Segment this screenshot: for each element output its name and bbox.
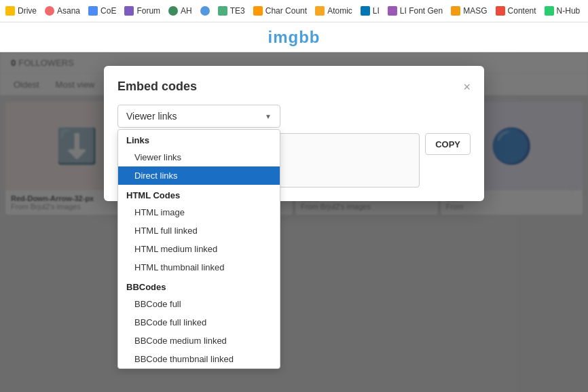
modal-close-button[interactable]: × [463, 81, 471, 93]
nav-label-coe: CoE [100, 6, 116, 16]
globe-icon [200, 6, 210, 16]
dropdown-item-html-thumbnail-linked[interactable]: HTML thumbnail linked [118, 258, 280, 277]
nav-item-lifont[interactable]: LI Font Gen [388, 6, 443, 16]
nav-label-te3: TE3 [230, 6, 245, 16]
dropdown-group-links: Links [118, 130, 280, 148]
dropdown-arrow-icon: ▼ [265, 113, 272, 120]
site-logo: imgbb [268, 28, 320, 47]
te3-icon [218, 6, 227, 16]
nav-label-nhub: N-Hub [557, 6, 581, 16]
dropdown-item-bbcode-full-linked[interactable]: BBCode full linked [118, 313, 280, 332]
nav-item-content[interactable]: Content [496, 6, 536, 16]
modal-title: Embed codes [117, 79, 197, 94]
nav-item-asana[interactable]: Asana [45, 6, 80, 16]
dropdown-container: Viewer links ▼ Links Viewer links Direct… [117, 105, 471, 128]
li-icon [361, 6, 370, 16]
nav-item-masg[interactable]: MASG [451, 6, 487, 16]
dropdown-item-direct-links[interactable]: Direct links [118, 166, 280, 185]
nav-item-coe[interactable]: CoE [88, 6, 116, 16]
dropdown-item-html-image[interactable]: HTML image [118, 203, 280, 221]
asana-icon [45, 6, 54, 16]
dropdown-item-bbcode-medium-linked[interactable]: BBCode medium linked [118, 332, 280, 350]
nav-label-asana: Asana [57, 6, 80, 16]
coe-icon [88, 6, 98, 16]
top-nav: Drive Asana CoE Forum AH TE3 Char Count … [0, 0, 588, 22]
dropdown-item-html-medium-linked[interactable]: HTML medium linked [118, 240, 280, 258]
forum-icon [124, 6, 134, 16]
dropdown-select[interactable]: Viewer links ▼ [117, 105, 280, 128]
nav-item-globe[interactable] [200, 6, 210, 16]
content-icon [496, 6, 505, 16]
nav-label-content: Content [508, 6, 536, 16]
nav-label-charcount: Char Count [265, 6, 307, 16]
main-area: 0 FOLLOWERS Oldest Most view ⬇️ Red-Down… [0, 52, 588, 392]
copy-button[interactable]: COPY [425, 133, 471, 155]
nav-label-forum: Forum [136, 6, 160, 16]
drive-icon [5, 6, 15, 16]
nav-label-atomic: Atomic [327, 6, 352, 16]
dropdown-group-bbcodes: BBCodes [118, 277, 280, 295]
nav-item-li[interactable]: LI [361, 6, 380, 16]
embed-codes-modal: Embed codes × Viewer links ▼ Links Viewe… [104, 66, 484, 201]
nav-label-li: LI [373, 6, 380, 16]
atomic-icon [315, 6, 325, 16]
dropdown-item-viewer-links[interactable]: Viewer links [118, 148, 280, 166]
dropdown-item-html-full-linked[interactable]: HTML full linked [118, 221, 280, 240]
modal-overlay: Embed codes × Viewer links ▼ Links Viewe… [0, 52, 588, 392]
charcount-icon [253, 6, 263, 16]
nav-item-ah[interactable]: AH [168, 6, 192, 16]
nav-item-charcount[interactable]: Char Count [253, 6, 307, 16]
dropdown-item-bbcode-thumbnail-linked[interactable]: BBCode thumbnail linked [118, 350, 280, 368]
modal-header: Embed codes × [117, 79, 471, 94]
nav-item-atomic[interactable]: Atomic [315, 6, 352, 16]
ah-icon [168, 6, 178, 16]
nav-item-drive[interactable]: Drive [5, 6, 37, 16]
nav-label-ah: AH [181, 6, 192, 16]
nav-item-nhub[interactable]: N-Hub [545, 6, 581, 16]
dropdown-group-html: HTML Codes [118, 185, 280, 203]
logo-bar: imgbb [0, 22, 588, 52]
dropdown-item-bbcode-full[interactable]: BBCode full [118, 295, 280, 313]
nav-label-drive: Drive [18, 6, 37, 16]
dropdown-menu: Links Viewer links Direct links HTML Cod… [117, 129, 280, 369]
nav-item-forum[interactable]: Forum [124, 6, 160, 16]
nav-label-masg: MASG [463, 6, 487, 16]
masg-icon [451, 6, 460, 16]
nav-label-lifont: LI Font Gen [400, 6, 443, 16]
nhub-icon [545, 6, 554, 16]
nav-item-te3[interactable]: TE3 [218, 6, 245, 16]
dropdown-value: Viewer links [126, 111, 177, 122]
lifont-icon [388, 6, 397, 16]
